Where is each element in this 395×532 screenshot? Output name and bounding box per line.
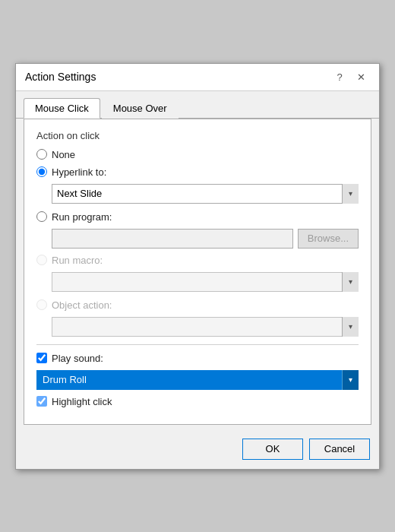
run-program-input-row: Browse...	[52, 229, 359, 249]
run-program-input[interactable]	[52, 229, 293, 249]
dialog-title: Action Settings	[25, 71, 96, 83]
title-bar: Action Settings ? ✕	[16, 64, 379, 91]
title-bar-right: ? ✕	[330, 68, 370, 86]
run-macro-label[interactable]: Run macro:	[52, 255, 103, 266]
hyperlink-label[interactable]: Hyperlink to:	[52, 166, 106, 178]
separator	[36, 344, 359, 345]
hyperlink-dropdown-wrapper: Next Slide ▾	[52, 184, 359, 204]
hyperlink-dropdown-container: Next Slide ▾	[52, 184, 359, 204]
highlight-click-label[interactable]: Highlight click	[52, 396, 112, 407]
object-action-radio[interactable]	[36, 299, 47, 310]
highlight-click-checkbox[interactable]	[36, 396, 47, 407]
highlight-click-row: Highlight click	[36, 396, 359, 407]
run-macro-option-row: Run macro:	[36, 255, 359, 266]
sound-dropdown-selected[interactable]: Drum Roll ▾	[36, 370, 359, 390]
play-sound-label[interactable]: Play sound:	[52, 353, 103, 364]
run-program-radio[interactable]	[36, 211, 47, 222]
object-action-dropdown-container: ▾	[52, 317, 359, 337]
browse-button[interactable]: Browse...	[298, 229, 359, 249]
tabs-bar: Mouse Click Mouse Over	[16, 91, 379, 119]
hyperlink-option-row: Hyperlink to:	[36, 166, 359, 178]
content-area: Action on click None Hyperlink to: Next …	[24, 119, 371, 425]
tab-mouse-click[interactable]: Mouse Click	[24, 98, 100, 119]
run-macro-radio[interactable]	[36, 255, 47, 265]
hyperlink-dropdown[interactable]: Next Slide	[52, 184, 359, 204]
sound-value: Drum Roll	[43, 374, 352, 385]
tab-mouse-over[interactable]: Mouse Over	[102, 98, 179, 119]
none-label[interactable]: None	[52, 149, 75, 160]
action-settings-dialog: Action Settings ? ✕ Mouse Click Mouse Ov…	[15, 63, 380, 470]
run-macro-dropdown[interactable]	[52, 272, 359, 292]
object-action-dropdown[interactable]	[52, 317, 359, 337]
ok-button[interactable]: OK	[242, 439, 303, 460]
object-action-option-row: Object action:	[36, 299, 359, 311]
play-sound-row: Play sound:	[36, 353, 359, 364]
sound-dropdown-arrow-icon[interactable]: ▾	[342, 370, 359, 390]
none-radio[interactable]	[36, 149, 47, 160]
object-action-dropdown-wrapper: ▾	[52, 317, 359, 337]
hyperlink-radio[interactable]	[36, 166, 47, 177]
title-bar-left: Action Settings	[25, 71, 96, 83]
close-button[interactable]: ✕	[352, 68, 370, 86]
object-action-label[interactable]: Object action:	[52, 299, 112, 311]
help-button[interactable]: ?	[330, 68, 349, 86]
cancel-button[interactable]: Cancel	[309, 439, 370, 460]
run-program-option-row: Run program:	[36, 211, 359, 223]
dialog-footer: OK Cancel	[16, 432, 379, 469]
run-macro-dropdown-container: ▾	[52, 272, 359, 292]
run-macro-dropdown-wrapper: ▾	[52, 272, 359, 292]
section-label: Action on click	[36, 130, 359, 141]
none-option-row: None	[36, 149, 359, 160]
run-program-label[interactable]: Run program:	[52, 211, 112, 223]
play-sound-checkbox[interactable]	[36, 353, 47, 363]
